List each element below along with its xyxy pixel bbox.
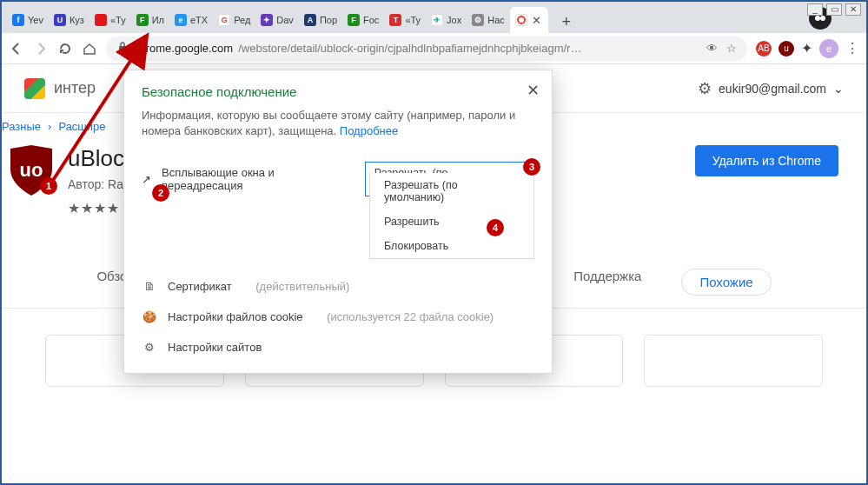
tab-label: Yev [28,15,43,25]
lock-icon[interactable] [116,41,129,56]
tab-label: «Ту [110,15,126,25]
popup-icon: ↗ [142,173,151,186]
store-brand: интер [54,79,96,97]
tab-label: Куз [70,15,84,25]
back-button[interactable] [9,41,24,56]
menu-icon[interactable]: ⋮ [845,40,859,56]
crumb-link[interactable]: Расшире [58,120,105,133]
browser-tab[interactable]: GРед [213,7,255,33]
favicon-icon [95,14,107,26]
browser-tab-strip: fYev UКуз «Ту FИл eеТХ GРед ✦Dav AПор FF… [2,2,866,33]
favicon-icon: G [218,14,230,26]
home-button[interactable] [82,41,97,56]
tab-related[interactable]: Похожие [681,269,771,296]
dropdown-option[interactable]: Разрешать (по умолчанию) [370,173,533,209]
webstore-logo-icon [24,78,45,99]
profile-avatar[interactable]: e [819,39,838,58]
favicon-icon: F [136,14,149,26]
annotation-badge-3: 3 [523,158,540,176]
url-domain: chrome.google.com [134,42,233,55]
related-card[interactable] [644,335,823,387]
favicon-icon: ✈ [431,14,443,26]
rating-stars: ★★★★ [68,200,124,216]
popover-title: Безопасное подключение [142,84,534,99]
browser-tab[interactable]: eеТХ [169,7,213,33]
dropdown-menu: Разрешать (по умолчанию) Разрешить Блоки… [369,173,534,259]
popover-description: Информация, которую вы сообщаете этому с… [142,108,534,139]
browser-tab[interactable]: ✈Jox [426,7,467,33]
window-minimize[interactable]: _ [807,3,823,16]
favicon-icon [515,14,527,26]
chevron-right-icon: › [48,120,51,133]
favicon-icon: f [12,14,24,26]
extensions-icon[interactable]: ✦ [801,40,812,56]
annotation-badge-4: 4 [487,219,504,236]
browser-tab[interactable]: T«Ту [384,7,426,33]
eye-off-icon[interactable]: 👁 [706,42,718,55]
tab-label: Dav [276,15,294,25]
tab-support[interactable]: Поддержка [573,269,641,296]
certificate-row[interactable]: 🗎 Сертификат (действительный) [142,271,534,302]
user-email[interactable]: eukir90@gmail.com [719,82,826,96]
close-icon[interactable]: ✕ [531,14,543,26]
browser-tab[interactable]: FИл [131,7,169,33]
chevron-down-icon[interactable]: ⌄ [833,82,844,96]
browser-tab[interactable]: fYev [7,7,49,33]
cookie-icon: 🍪 [142,310,157,323]
svg-text:uo: uo [20,159,43,181]
learn-more-link[interactable]: Подробнее [340,124,398,137]
annotation-badge-1: 1 [40,177,57,195]
close-icon[interactable]: ✕ [527,81,540,100]
annotation-badge-2: 2 [152,184,169,202]
gear-icon: ⚙ [142,341,157,354]
tab-label: Jox [447,15,461,25]
favicon-icon: ⚙ [472,14,484,26]
browser-tab[interactable]: UКуз [49,7,89,33]
gear-icon[interactable]: ⚙ [698,79,712,98]
crumb-link[interactable]: Разные [2,120,41,133]
tab-label: Foc [363,15,379,25]
window-maximize[interactable]: ▭ [826,3,842,16]
favicon-icon: A [304,14,316,26]
tab-label: «Ту [405,15,421,25]
browser-tab[interactable]: ⚙Нас [467,7,510,33]
extension-author: Автор: Ra [68,177,124,191]
url-path: /webstore/detail/ublock-origin/cjpalhdln… [238,42,581,55]
browser-tab[interactable]: ✦Dav [255,7,299,33]
svg-point-0 [518,17,525,23]
svg-rect-4 [119,46,126,51]
tab-label: Нас [487,15,505,25]
tab-label: Пор [320,15,337,25]
address-bar[interactable]: chrome.google.com/webstore/detail/ublock… [106,37,747,61]
browser-tab-active[interactable]: ✕ [510,7,548,33]
favicon-icon: F [348,14,360,26]
window-close[interactable]: ✕ [845,3,861,16]
favicon-icon: ✦ [261,14,273,26]
dropdown-option[interactable]: Блокировать [370,234,533,258]
remove-from-chrome-button[interactable]: Удалить из Chrome [695,145,838,176]
tab-label: Ред [234,15,250,25]
new-tab-button[interactable]: + [555,10,578,33]
forward-button [33,41,49,56]
tab-label: еТХ [190,15,208,25]
svg-rect-3 [818,17,822,19]
cookies-row[interactable]: 🍪 Настройки файлов cookie (используется … [142,302,534,332]
browser-tab[interactable]: AПор [299,7,342,33]
toolbar: chrome.google.com/webstore/detail/ublock… [2,33,866,64]
browser-tab[interactable]: FFoc [342,7,384,33]
certificate-icon: 🗎 [142,280,157,293]
tab-label: Ил [152,15,164,25]
favicon-icon: U [54,14,66,26]
site-settings-row[interactable]: ⚙ Настройки сайтов [142,332,534,362]
extension-abp-icon[interactable]: AB [756,41,772,56]
browser-tab[interactable]: «Ту [89,7,131,33]
extension-name: uBloc [68,145,124,172]
reload-button[interactable] [57,41,73,56]
dropdown-option[interactable]: Разрешить [370,209,533,234]
favicon-icon: e [175,14,187,26]
favicon-icon: T [389,14,401,26]
star-icon[interactable]: ☆ [726,42,737,55]
extension-ublock-icon[interactable]: u [779,41,794,56]
permission-label: Всплывающие окна и переадресация [162,166,354,192]
